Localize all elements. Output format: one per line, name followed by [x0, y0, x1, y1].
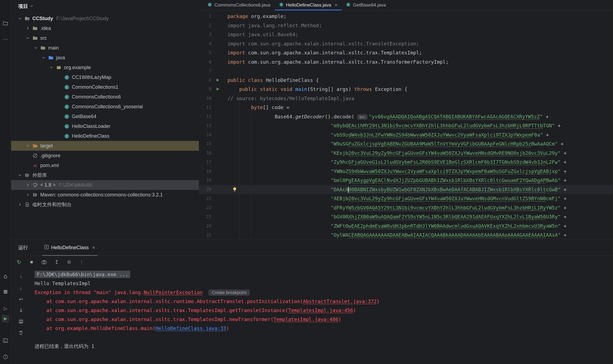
- stack-trace-link[interactable]: NullPointerException: [144, 289, 203, 295]
- chevron-icon[interactable]: [24, 182, 31, 188]
- chevron-icon[interactable]: [40, 54, 47, 61]
- services-tool-button[interactable]: ▦: [2, 288, 9, 295]
- down-stack-button[interactable]: ↓: [17, 284, 25, 292]
- rerun-button[interactable]: ↻: [15, 258, 23, 266]
- code-line[interactable]: 8public class HelloDefineClass {: [199, 76, 613, 85]
- chevron-icon[interactable]: [24, 192, 31, 198]
- tree-item[interactable]: org.example: [11, 63, 199, 72]
- export-button[interactable]: ↥: [53, 258, 61, 266]
- code-line[interactable]: 15 "W9uSGFuZGxlcjspVgEABENvZGUBAA9MaW5lT…: [199, 139, 613, 149]
- code-line[interactable]: 12 Base64.getDecoder().decode( src:"yv66…: [199, 112, 613, 121]
- tree-item[interactable]: .gitignore: [11, 151, 199, 161]
- lightbulb-icon[interactable]: [233, 187, 237, 193]
- code-line[interactable]: 20 "DAAcAB0BABNIZWxsbyBUZW1wbGF0ZXNJbXBs…: [199, 185, 613, 194]
- svg-text:C: C: [66, 125, 68, 128]
- more-tool-windows-button[interactable]: ⋯: [2, 35, 9, 43]
- scroll-to-end-button[interactable]: ⇓: [17, 307, 25, 314]
- tree-item[interactable]: CHelloClassLoader: [11, 121, 199, 131]
- stack-trace-link[interactable]: TemplatesImpl.java:456: [288, 307, 353, 313]
- tree-item[interactable]: src: [11, 33, 199, 43]
- code-line[interactable]: 11 byte[] code =: [199, 103, 613, 112]
- camera-button[interactable]: [40, 258, 48, 266]
- run-tab[interactable]: HelloDefineClass ×: [41, 239, 98, 256]
- code-line[interactable]: 13 "m9ybQEAcihMY29tL3N1bi9vcmcvYXBhY2hlL…: [199, 121, 613, 130]
- code-line[interactable]: 14 "vbS9zdW4vb3JnL2FwYWNoZS94bWwvaW50ZXJ…: [199, 130, 613, 140]
- chevron-icon[interactable]: [24, 35, 31, 41]
- print-button[interactable]: [17, 318, 25, 325]
- code-line[interactable]: 21 "AEBjb20vc3VuL29yZy9hcGFjaGUveGFsYW4v…: [199, 194, 613, 203]
- clear-console-button[interactable]: [17, 329, 25, 337]
- code-line[interactable]: 25 "OylWACEABQAGAAAAAAADAAEABwAIAAIACQAA…: [199, 230, 613, 239]
- code-line[interactable]: 24 "ZWFtOwEAE2phdmEvaW8vUHJpbnRTdHJlYW0B…: [199, 221, 613, 231]
- code-editor[interactable]: 1package org.example;2import java.lang.r…: [199, 11, 613, 239]
- close-icon[interactable]: ×: [335, 2, 337, 8]
- gitignore-icon: [32, 153, 38, 158]
- code-line[interactable]: 16 "KExjb20vc3VuL29yZy9hcGFjaGUveGFsYW4v…: [199, 149, 613, 158]
- editor-tab[interactable]: CCommonsCollections6.java: [203, 0, 275, 10]
- chevron-icon[interactable]: [32, 45, 39, 51]
- tree-item-label: pom.xml: [40, 163, 59, 168]
- up-stack-button[interactable]: ↑: [17, 273, 25, 281]
- stack-trace-link[interactable]: AbstractTranslet.java:372: [303, 298, 377, 304]
- code-line[interactable]: 6import com.sun.org.apache.xalan.interna…: [199, 57, 613, 67]
- stop-button[interactable]: ■: [27, 258, 36, 266]
- problems-tool-button[interactable]: [2, 353, 9, 361]
- tree-item[interactable]: target: [11, 141, 199, 151]
- create-breakpoint-hint[interactable]: Create breakpoint: [208, 289, 249, 296]
- editor-tab[interactable]: CGetBase64.java: [342, 0, 390, 10]
- code-line[interactable]: 4import com.sun.org.apache.xalan.interna…: [199, 39, 613, 48]
- chevron-icon[interactable]: [17, 172, 23, 178]
- code-line[interactable]: 22 "dFRyYW5zbGV0AQA5Y29tL3N1bi9vcmcvYXBh…: [199, 203, 613, 212]
- code-line[interactable]: 10// source: bytecodes/HelloTemplateImpl…: [199, 94, 613, 103]
- chevron-icon[interactable]: [24, 25, 31, 32]
- tree-item[interactable]: Maven: commons-collections:commons-colle…: [11, 190, 199, 200]
- code-line[interactable]: 7: [199, 66, 613, 76]
- tree-item[interactable]: main: [11, 43, 199, 53]
- tree-item[interactable]: < 1.8 >F:\JDK\jdk8u66: [11, 180, 199, 190]
- more-options-button[interactable]: ⋮: [78, 258, 86, 266]
- soft-wrap-button[interactable]: ↩: [17, 295, 25, 303]
- run-gutter-icon[interactable]: [211, 78, 227, 82]
- code-line[interactable]: 9 public static void main(String[] args)…: [199, 85, 613, 94]
- tree-item[interactable]: 外部库: [11, 170, 199, 180]
- project-panel-header[interactable]: 项目: [11, 0, 199, 13]
- terminal-tool-button[interactable]: [2, 337, 9, 344]
- chevron-icon[interactable]: [17, 15, 23, 22]
- tree-item[interactable]: CCStudyF:\JavaProject\CCStudy: [11, 14, 199, 23]
- code-line[interactable]: 2import java.lang.reflect.Method;: [199, 21, 613, 30]
- chevron-icon[interactable]: [24, 143, 31, 149]
- stack-trace-link[interactable]: TemplatesImpl.java:486: [273, 316, 338, 322]
- code-line[interactable]: 19 "bml0PgEAAygpVgEAClNvdXJjZUZpbGUBABhI…: [199, 176, 613, 185]
- console-line: Hello TemplatesImpl: [35, 279, 613, 288]
- code-line[interactable]: 18 "YWNoZS94bWwvaW50ZXJuYWwvc2VyaWFsaXpl…: [199, 167, 613, 176]
- code-line[interactable]: 1package org.example;: [199, 12, 613, 21]
- tree-item[interactable]: CCC1WithLazyMap: [11, 72, 199, 82]
- tree-item[interactable]: CCommonCollections1: [11, 82, 199, 92]
- tree-item[interactable]: .idea: [11, 23, 199, 33]
- folder-icon: [32, 35, 38, 41]
- code-line[interactable]: 3import java.util.Base64;: [199, 30, 613, 39]
- tree-item[interactable]: 临时文件和控制台: [11, 200, 199, 209]
- run-tool-button[interactable]: ▶: [2, 315, 9, 322]
- tree-item[interactable]: mpom.xml: [11, 161, 199, 170]
- code-line[interactable]: 23 "bGV0RXhjZXB0aW9uAQAQamF2YS9sYW5nL1N5…: [199, 212, 613, 221]
- tree-item[interactable]: CHelloDefineClass: [11, 131, 199, 141]
- run-panel-header: 运行 HelloDefineClass ×: [11, 239, 613, 256]
- jdk-icon: [32, 182, 38, 188]
- project-tool-button[interactable]: [2, 20, 9, 27]
- tree-item[interactable]: CCommonsCollections6_ysoserial: [11, 102, 199, 112]
- stack-trace-link[interactable]: HelloDefineClass.java:33: [155, 325, 226, 331]
- editor-tab[interactable]: CHelloDefineClass.java×: [275, 0, 342, 10]
- tree-item[interactable]: java: [11, 53, 199, 63]
- code-line[interactable]: 5import com.sun.org.apache.xalan.interna…: [199, 48, 613, 57]
- chevron-icon[interactable]: [48, 64, 55, 71]
- mute-breakpoints-button[interactable]: ⊘: [65, 258, 73, 266]
- debug-tool-button[interactable]: [2, 273, 9, 280]
- run-gutter-icon[interactable]: [211, 87, 227, 91]
- tree-item[interactable]: CGetBase64: [11, 112, 199, 121]
- tree-item[interactable]: CCommonsCollections6: [11, 92, 199, 102]
- close-icon[interactable]: ×: [92, 245, 95, 251]
- chevron-icon[interactable]: [17, 201, 23, 208]
- run-anything-button[interactable]: ▷: [2, 305, 9, 312]
- code-line[interactable]: 17 "Zy9hcGFjaGUveG1sL2ludGVybmFsL2R0bS9E…: [199, 158, 613, 167]
